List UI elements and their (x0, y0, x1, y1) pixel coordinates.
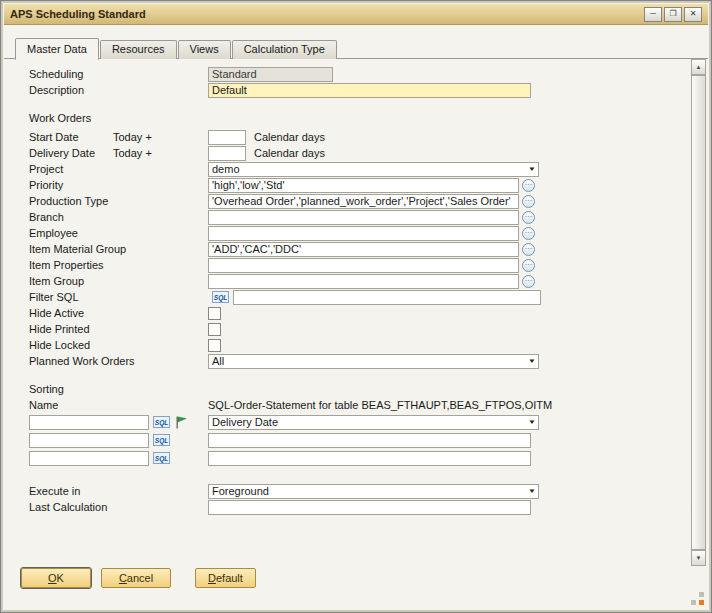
vertical-scrollbar[interactable]: ▲ ▼ (690, 59, 707, 566)
selection-icon[interactable]: … (522, 179, 535, 192)
hide-active-checkbox[interactable] (208, 307, 221, 320)
scroll-up-button[interactable]: ▲ (691, 59, 706, 75)
sorting-name-input-2[interactable] (29, 433, 149, 448)
tab-views[interactable]: Views (178, 40, 231, 59)
close-button[interactable]: ✕ (684, 7, 702, 22)
selection-icon[interactable]: … (522, 259, 535, 272)
close-icon: ✕ (690, 10, 697, 18)
project-dropdown[interactable]: demo ▼ (208, 162, 539, 177)
branch-input[interactable] (208, 210, 519, 225)
filter-sql-input[interactable] (233, 290, 541, 305)
employee-row: Employee … (29, 225, 672, 241)
sql-icon[interactable]: SQL (153, 434, 170, 446)
description-row: Description (29, 82, 672, 98)
hide-locked-row: Hide Locked (29, 337, 672, 353)
item-material-group-input[interactable] (208, 242, 519, 257)
branch-label: Branch (29, 211, 208, 223)
delivery-date-input[interactable] (208, 146, 246, 161)
execute-in-label: Execute in (29, 485, 208, 497)
employee-input[interactable] (208, 226, 519, 241)
scrollbar-thumb[interactable] (691, 75, 706, 550)
sorting-name-input-1[interactable] (29, 415, 149, 430)
item-properties-input[interactable] (208, 258, 519, 273)
hide-active-label: Hide Active (29, 307, 208, 319)
sorting-row-3-left: SQL (29, 451, 208, 466)
last-calculation-row: Last Calculation (29, 499, 672, 515)
description-input[interactable] (208, 83, 531, 98)
sorting-name-label: Name (29, 399, 208, 411)
sorting-order-dropdown-1[interactable]: Delivery Date ▼ (208, 415, 539, 430)
start-date-input[interactable] (208, 130, 246, 145)
resize-grip[interactable] (691, 592, 705, 606)
selection-icon[interactable]: … (522, 243, 535, 256)
delivery-date-today-label: Today + (113, 147, 208, 159)
production-type-input[interactable] (208, 194, 519, 209)
default-button[interactable]: Default (195, 568, 256, 588)
hide-printed-row: Hide Printed (29, 321, 672, 337)
window-controls: ─ ❐ ✕ (644, 7, 702, 22)
scroll-down-button[interactable]: ▼ (691, 550, 706, 566)
tab-resources[interactable]: Resources (100, 40, 177, 59)
selection-icon[interactable]: … (522, 211, 535, 224)
tab-bar: Master Data Resources Views Calculation … (4, 37, 708, 59)
sorting-name-input-3[interactable] (29, 451, 149, 466)
flag-icon[interactable] (175, 416, 187, 429)
production-type-label: Production Type (29, 195, 208, 207)
scheduling-input[interactable] (208, 67, 333, 82)
sql-order-statement-label: SQL-Order-Statement for table BEAS_FTHAU… (208, 399, 552, 411)
project-label: Project (29, 163, 208, 175)
master-data-form: Scheduling Description Work Orders Start… (4, 59, 672, 515)
item-group-label: Item Group (29, 275, 208, 287)
sql-icon[interactable]: SQL (153, 452, 170, 464)
sorting-order-input-2[interactable] (208, 433, 531, 448)
title-bar[interactable]: APS Scheduling Standard ─ ❐ ✕ (4, 4, 708, 25)
cancel-button[interactable]: Cancel (101, 568, 171, 588)
item-material-group-row: Item Material Group … (29, 241, 672, 257)
scheduling-row: Scheduling (29, 66, 672, 82)
hide-locked-checkbox[interactable] (208, 339, 221, 352)
chevron-down-icon: ▼ (528, 488, 536, 494)
selection-icon[interactable]: … (522, 275, 535, 288)
description-label: Description (29, 84, 208, 96)
aps-scheduling-window: APS Scheduling Standard ─ ❐ ✕ Master Dat… (0, 0, 712, 613)
restore-icon: ❐ (669, 10, 676, 18)
restore-button[interactable]: ❐ (664, 7, 682, 22)
planned-work-orders-dropdown[interactable]: All ▼ (208, 354, 539, 369)
selection-icon[interactable]: … (522, 227, 535, 240)
sorting-row-1-left: SQL (29, 415, 208, 430)
delivery-date-suffix: Calendar days (254, 147, 325, 159)
sorting-row-3: SQL (29, 449, 672, 467)
hide-printed-checkbox[interactable] (208, 323, 221, 336)
start-date-today-label: Today + (113, 131, 208, 143)
start-date-label: Start Date (29, 131, 113, 143)
item-group-input[interactable] (208, 274, 519, 289)
sorting-row-2-left: SQL (29, 433, 208, 448)
item-group-row: Item Group … (29, 273, 672, 289)
last-calculation-input[interactable] (208, 500, 531, 515)
sorting-row-2: SQL (29, 431, 672, 449)
scroll-down-icon: ▼ (696, 555, 702, 561)
priority-label: Priority (29, 179, 208, 191)
production-type-row: Production Type … (29, 193, 672, 209)
sql-icon[interactable]: SQL (153, 416, 170, 428)
chevron-down-icon: ▼ (528, 166, 536, 172)
minimize-button[interactable]: ─ (644, 7, 662, 22)
sorting-section-title: Sorting (29, 383, 64, 395)
planned-work-orders-label: Planned Work Orders (29, 355, 208, 367)
chevron-down-icon: ▼ (528, 419, 536, 425)
execute-in-dropdown[interactable]: Foreground ▼ (208, 484, 539, 499)
filter-sql-row: Filter SQL SQL (29, 289, 672, 305)
scroll-up-icon: ▲ (696, 64, 702, 70)
employee-label: Employee (29, 227, 208, 239)
chevron-down-icon: ▼ (528, 358, 536, 364)
ok-button[interactable]: OK (21, 568, 91, 588)
item-material-group-label: Item Material Group (29, 243, 208, 255)
sorting-order-input-3[interactable] (208, 451, 531, 466)
selection-icon[interactable]: … (522, 195, 535, 208)
planned-work-orders-row: Planned Work Orders All ▼ (29, 353, 672, 369)
project-row: Project demo ▼ (29, 161, 672, 177)
tab-master-data[interactable]: Master Data (15, 38, 99, 60)
priority-input[interactable] (208, 178, 519, 193)
tab-calculation-type[interactable]: Calculation Type (232, 40, 337, 59)
sql-icon[interactable]: SQL (212, 291, 229, 303)
